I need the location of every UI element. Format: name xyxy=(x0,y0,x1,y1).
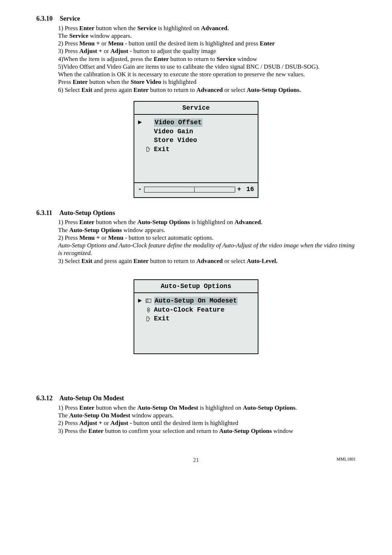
text: The xyxy=(58,412,69,419)
text: . xyxy=(295,404,297,411)
osd-body: ► Auto-Setup On Modeset Auto-Clock Featu… xyxy=(134,293,258,353)
text: button to return to xyxy=(169,56,217,62)
text: Menu + xyxy=(79,40,100,47)
section-title: Service xyxy=(60,15,80,22)
text: When the calibration is OK it is necessa… xyxy=(58,70,356,78)
text: Enter xyxy=(134,86,149,93)
osd-item-label: Video Offset xyxy=(154,118,203,127)
text: Menu + xyxy=(79,234,100,241)
osd-body: ► Video Offset Video Gain Store Video Ex… xyxy=(134,115,258,182)
text: . xyxy=(261,219,262,226)
section-title: Auto-Setup On Modest xyxy=(60,394,124,402)
osd-autosetup-window: Auto-Setup Options ► Auto-Setup On Modes… xyxy=(134,279,258,355)
section-heading: 6.3.11 Auto-Setup Options xyxy=(36,209,356,217)
text: Auto-Setup Options xyxy=(137,219,190,226)
text: or xyxy=(102,420,111,426)
osd-item-label: Store Video xyxy=(154,136,197,145)
section-number: 6.3.11 xyxy=(36,209,58,217)
osd-item[interactable]: ► Auto-Setup On Modeset xyxy=(138,297,254,305)
osd-title: Auto-Setup Options xyxy=(134,280,258,293)
section-heading: 6.3.10 Service xyxy=(36,15,356,23)
osd-slider[interactable]: - + 16 xyxy=(134,183,258,197)
text: is highlighted on xyxy=(198,404,243,411)
text: or xyxy=(102,48,111,54)
plus-label: + xyxy=(237,185,241,194)
text: 1) Press xyxy=(58,404,79,411)
text: button to return to xyxy=(148,258,196,264)
minus-label: - xyxy=(138,185,142,194)
section-body: 1) Press Enter button when the Service i… xyxy=(58,24,356,94)
exit-arrow-icon xyxy=(144,146,152,152)
text: window xyxy=(236,56,257,62)
cursor-arrow-icon: ► xyxy=(138,118,144,127)
text: 2) Press xyxy=(58,40,79,47)
text: button to return to xyxy=(148,86,196,93)
text: 1) Press xyxy=(58,25,79,32)
text: 3) Press xyxy=(58,48,79,54)
text: Auto-Level. xyxy=(246,258,277,264)
osd-item[interactable]: Store Video xyxy=(138,136,254,145)
text: 6) Select xyxy=(58,86,81,93)
osd-item[interactable]: Exit xyxy=(138,315,254,323)
text: Adjust - xyxy=(110,48,132,54)
text: Advanced xyxy=(234,219,261,226)
text: Auto-Setup On Modest xyxy=(69,412,130,419)
text: button until the desired item is highlig… xyxy=(127,40,260,47)
text: Enter xyxy=(79,404,95,411)
osd-item[interactable]: ► Video Offset xyxy=(138,118,254,127)
text: button until the desired item is highlig… xyxy=(132,420,238,426)
osd-item[interactable]: Auto-Clock Feature xyxy=(138,306,254,314)
text: 3) Press the xyxy=(58,428,89,434)
text: is highlighted xyxy=(161,78,196,85)
text: The xyxy=(58,32,69,39)
text: Enter xyxy=(154,56,169,62)
osd-item-label: Auto-Clock Feature xyxy=(154,306,224,314)
text: Enter xyxy=(134,258,149,264)
text: button when the xyxy=(94,25,137,32)
text: Auto-Setup Options. xyxy=(246,86,301,93)
text: button when the xyxy=(94,219,137,226)
text: 1) Press xyxy=(58,219,79,226)
exit-arrow-icon xyxy=(144,316,152,322)
slider-track[interactable] xyxy=(144,187,235,193)
text: Exit xyxy=(81,258,92,264)
text: button to select automatic options. xyxy=(127,234,213,241)
text: 3) Select xyxy=(58,258,81,264)
text: Enter xyxy=(260,40,275,47)
text: Service xyxy=(69,32,89,39)
text: window appears. xyxy=(122,227,165,234)
page-footer: 21 MML1801 xyxy=(36,457,356,464)
text: Menu - xyxy=(108,40,127,47)
osd-item[interactable]: Exit xyxy=(138,145,254,154)
section-body: 1) Press Enter button when the Auto-Setu… xyxy=(58,404,356,435)
text: Auto-Setup Options xyxy=(69,227,122,234)
screen-icon xyxy=(144,299,152,304)
text: Menu - xyxy=(108,234,127,241)
text: 5)Video Offset and Video Gain are items … xyxy=(58,63,356,70)
slider-value: 16 xyxy=(246,185,254,194)
model-label: MML1801 xyxy=(336,457,356,462)
text: or xyxy=(100,234,108,241)
text: Enter xyxy=(79,25,95,32)
text: is highlighted on xyxy=(190,219,234,226)
text: Adjust + xyxy=(79,48,102,54)
text: 2) Press xyxy=(58,420,79,426)
text: button when the xyxy=(88,78,131,85)
text: 4)When the item is adjusted, press the xyxy=(58,56,154,62)
text: window appears. xyxy=(89,32,132,39)
text: 2) Press xyxy=(58,234,79,241)
text: button to adjust the quality image xyxy=(132,48,216,54)
page-number: 21 xyxy=(36,457,356,464)
text: Store Video xyxy=(131,78,161,85)
section-number: 6.3.10 xyxy=(36,15,58,23)
text: window xyxy=(272,428,293,434)
section-body: 1) Press Enter button when the Auto-Setu… xyxy=(58,218,356,265)
text: Enter xyxy=(89,428,104,434)
text: and press again xyxy=(92,258,133,264)
svg-rect-1 xyxy=(147,300,148,302)
text: Press xyxy=(58,78,73,85)
text: Advanced xyxy=(201,25,228,32)
slider-fill xyxy=(144,187,195,192)
text: Exit xyxy=(81,86,92,93)
osd-item[interactable]: Video Gain xyxy=(138,127,254,136)
